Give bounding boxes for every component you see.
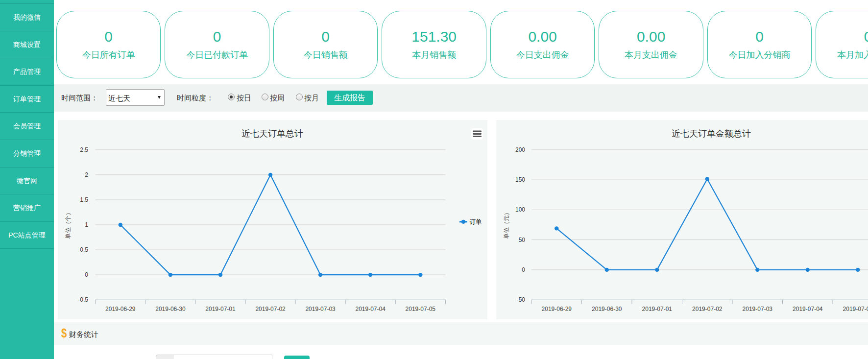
svg-text:近七天订单总计: 近七天订单总计 bbox=[241, 129, 303, 139]
svg-text:1.5: 1.5 bbox=[80, 196, 88, 203]
svg-text:2019-07-02: 2019-07-02 bbox=[692, 306, 723, 312]
svg-text:2019-06-30: 2019-06-30 bbox=[155, 306, 186, 312]
svg-text:单位（元）: 单位（元） bbox=[503, 210, 510, 239]
svg-text:-0.5: -0.5 bbox=[78, 296, 88, 303]
svg-text:200: 200 bbox=[515, 146, 525, 153]
svg-text:2019-07-01: 2019-07-01 bbox=[642, 306, 673, 312]
svg-text:单位（个）: 单位（个） bbox=[65, 210, 72, 239]
svg-text:2019-06-30: 2019-06-30 bbox=[592, 306, 622, 312]
svg-text:2019-07-04: 2019-07-04 bbox=[356, 306, 386, 312]
svg-text:150: 150 bbox=[515, 176, 525, 183]
svg-text:2019-06-29: 2019-06-29 bbox=[542, 306, 572, 312]
svg-text:2019-07-02: 2019-07-02 bbox=[255, 306, 286, 312]
svg-text:2019-06-29: 2019-06-29 bbox=[105, 306, 136, 312]
svg-text:2: 2 bbox=[85, 171, 88, 178]
svg-text:2019-07-03: 2019-07-03 bbox=[743, 306, 773, 312]
svg-text:0: 0 bbox=[85, 271, 88, 278]
svg-text:100: 100 bbox=[515, 206, 525, 213]
svg-text:订单: 订单 bbox=[469, 218, 482, 225]
svg-text:2.5: 2.5 bbox=[80, 146, 88, 153]
svg-text:2019-07-05: 2019-07-05 bbox=[406, 306, 436, 312]
svg-text:2019-07-03: 2019-07-03 bbox=[305, 306, 336, 312]
svg-text:2019-07-04: 2019-07-04 bbox=[793, 306, 823, 312]
svg-text:2019-07-01: 2019-07-01 bbox=[205, 306, 236, 312]
svg-text:1: 1 bbox=[85, 221, 88, 228]
svg-text:0.5: 0.5 bbox=[80, 246, 88, 253]
svg-text:-50: -50 bbox=[517, 296, 526, 303]
svg-text:近七天订单金额总计: 近七天订单金额总计 bbox=[672, 129, 751, 139]
svg-text:0: 0 bbox=[522, 266, 525, 273]
svg-text:2019-07-05: 2019-07-05 bbox=[843, 306, 868, 312]
svg-text:50: 50 bbox=[519, 237, 526, 243]
